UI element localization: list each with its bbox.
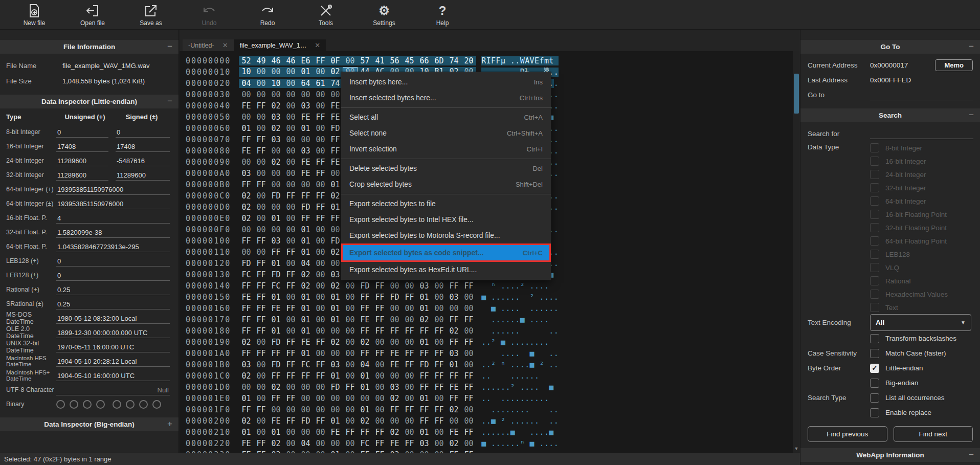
ascii-char[interactable]: . [534,281,539,291]
ascii-char[interactable]: . [505,293,510,302]
ascii-char[interactable]: . [491,428,496,437]
ascii-char[interactable] [486,405,491,414]
hex-byte[interactable]: 02 [387,394,402,403]
hex-byte[interactable]: 00 [283,236,298,246]
hex-byte[interactable]: 00 [387,338,402,347]
ascii-char[interactable]: ² [520,281,525,291]
scrollbar-thumb[interactable] [794,74,799,114]
hex-byte[interactable]: FD [269,360,283,369]
ascii-char[interactable]: . [554,439,559,448]
hex-byte[interactable]: 00 [283,203,298,212]
ascii-char[interactable]: ■ [491,304,496,313]
hex-byte[interactable]: FD [269,191,283,201]
inspector-value-field[interactable]: 0 [56,270,170,281]
hex-byte[interactable]: 00 [447,304,461,313]
hex-byte[interactable]: 00 [372,371,387,381]
ascii-char[interactable]: . [515,394,520,403]
ascii-char[interactable] [529,405,534,414]
hex-byte[interactable]: FE [387,439,402,448]
hex-byte[interactable]: 01 [298,349,313,358]
context-menu-item[interactable]: Select noneCtrl+Shift+A [341,125,551,141]
hex-byte[interactable]: 61 [313,79,328,88]
hex-byte[interactable]: FF [417,349,432,358]
context-menu-item[interactable]: Export selected bytes to Intel HEX file.… [341,212,551,228]
ascii-char[interactable] [544,349,549,358]
hex-byte[interactable]: 00 [283,259,298,268]
text-encoding-select[interactable]: All ▼ [870,314,971,331]
list-all-occurrences-checkbox[interactable] [870,393,879,403]
ascii-char[interactable]: . [481,371,486,381]
hex-byte[interactable]: 00 [283,439,298,448]
ascii-char[interactable]: . [505,405,510,414]
hex-byte[interactable]: FF [283,360,298,369]
hex-byte[interactable]: FF [372,428,387,437]
inspector-value-field[interactable]: 1904-05-10 20:28:12 Local [56,356,170,367]
hex-byte[interactable]: FF [283,191,298,201]
hex-byte[interactable]: 00 [298,383,313,392]
ascii-char[interactable]: . [539,281,544,291]
hex-byte[interactable]: 00 [254,191,269,201]
hex-byte[interactable]: 45 [402,56,417,65]
hex-byte[interactable]: FE [387,349,402,358]
ascii-char[interactable]: . [554,135,559,144]
hex-byte[interactable]: FF [387,405,402,414]
ascii-char[interactable] [554,236,559,246]
hex-byte[interactable]: 02 [269,383,283,392]
ascii-char[interactable]: ⁿ [520,439,525,448]
hex-byte[interactable]: FF [254,405,269,414]
ascii-char[interactable]: V [529,56,534,65]
ascii-char[interactable] [549,371,553,381]
binary-bit-toggle[interactable] [113,400,121,409]
tab-untitled[interactable]: -Untitled- ✕ [183,39,234,51]
hex-byte[interactable]: 01 [269,326,283,336]
hex-byte[interactable]: FE [298,338,313,347]
hex-byte[interactable]: 00 [461,416,476,426]
hex-byte[interactable]: FF [239,180,254,189]
ascii-char[interactable] [486,326,491,336]
hex-byte[interactable]: 46 [269,56,283,65]
ascii-char[interactable]: . [486,416,491,426]
hex-byte[interactable]: FF [417,371,432,381]
ascii-char[interactable]: . [491,439,496,448]
ascii-char[interactable]: . [496,405,500,414]
hex-byte[interactable]: 00 [313,383,328,392]
ascii-char[interactable]: . [515,338,520,347]
ascii-char[interactable] [481,304,486,313]
hex-byte[interactable]: FF [313,113,328,122]
hex-byte[interactable]: 00 [432,293,447,302]
ascii-char[interactable] [539,371,544,381]
ascii-char[interactable]: . [505,383,510,392]
ascii-char[interactable]: A [525,56,529,65]
hex-byte[interactable]: 00 [283,79,298,88]
ascii-char[interactable] [554,281,559,291]
hex-byte[interactable]: 00 [239,383,254,392]
ascii-char[interactable] [525,281,529,291]
ascii-char[interactable]: ² [510,383,515,392]
binary-bit-toggle[interactable] [70,400,78,409]
enable-replace-checkbox[interactable] [870,408,879,417]
hex-byte[interactable]: 64 [298,79,313,88]
hex-byte[interactable]: FF [461,281,476,291]
hex-byte[interactable]: FF [358,428,372,437]
hex-byte[interactable]: 00 [313,315,328,324]
hex-byte[interactable]: FF [372,293,387,302]
hex-byte[interactable]: 00 [298,135,313,144]
ascii-char[interactable]: . [544,394,549,403]
ascii-char[interactable]: µ [501,56,505,65]
hex-byte[interactable]: FF [417,416,432,426]
hex-byte[interactable]: FD [269,270,283,279]
hex-byte[interactable]: FF [313,214,328,223]
ascii-char[interactable] [525,326,529,336]
hex-byte[interactable]: 02 [358,416,372,426]
hex-byte[interactable]: 00 [269,90,283,99]
hex-byte[interactable]: 00 [254,169,269,178]
hex-byte[interactable]: E6 [298,56,313,65]
hex-byte[interactable]: 00 [461,293,476,302]
hex-byte[interactable]: FF [269,248,283,257]
ascii-char[interactable] [539,416,544,426]
hex-byte[interactable]: 02 [239,203,254,212]
hex-byte[interactable]: 00 [461,360,476,369]
hex-byte[interactable]: 02 [269,158,283,167]
hex-byte[interactable]: 03 [447,293,461,302]
ascii-char[interactable] [544,405,549,414]
